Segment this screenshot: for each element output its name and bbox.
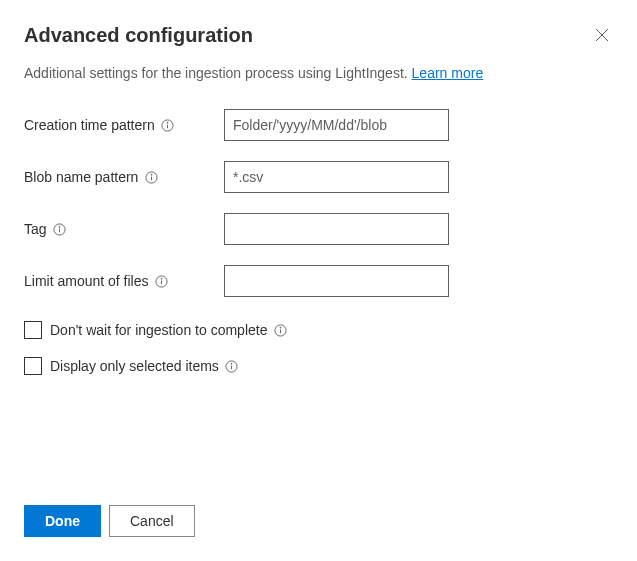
info-icon[interactable] — [225, 359, 239, 373]
limit-files-label: Limit amount of files — [24, 273, 224, 289]
limit-files-input[interactable] — [224, 265, 449, 297]
close-icon — [595, 28, 609, 45]
display-selected-label: Display only selected items — [50, 358, 239, 374]
dont-wait-label: Don't wait for ingestion to complete — [50, 322, 287, 338]
label-text: Limit amount of files — [24, 273, 149, 289]
label-text: Blob name pattern — [24, 169, 138, 185]
creation-time-pattern-input[interactable] — [224, 109, 449, 141]
creation-time-pattern-label: Creation time pattern — [24, 117, 224, 133]
dont-wait-checkbox[interactable] — [24, 321, 42, 339]
svg-point-10 — [59, 226, 60, 227]
display-selected-checkbox[interactable] — [24, 357, 42, 375]
cancel-button[interactable]: Cancel — [109, 505, 195, 537]
info-icon[interactable] — [53, 222, 67, 236]
blob-name-pattern-label: Blob name pattern — [24, 169, 224, 185]
svg-point-13 — [161, 278, 162, 279]
label-text: Display only selected items — [50, 358, 219, 374]
info-icon[interactable] — [144, 170, 158, 184]
tag-label: Tag — [24, 221, 224, 237]
tag-input[interactable] — [224, 213, 449, 245]
dialog-title: Advanced configuration — [24, 24, 253, 47]
svg-point-16 — [280, 327, 281, 328]
svg-point-19 — [231, 363, 232, 364]
info-icon[interactable] — [273, 323, 287, 337]
svg-point-4 — [167, 122, 168, 123]
subtitle-text: Additional settings for the ingestion pr… — [24, 65, 412, 81]
learn-more-link[interactable]: Learn more — [412, 65, 484, 81]
dialog-subtitle: Additional settings for the ingestion pr… — [24, 65, 613, 81]
blob-name-pattern-input[interactable] — [224, 161, 449, 193]
svg-point-7 — [151, 174, 152, 175]
info-icon[interactable] — [155, 274, 169, 288]
label-text: Don't wait for ingestion to complete — [50, 322, 267, 338]
info-icon[interactable] — [161, 118, 175, 132]
close-button[interactable] — [591, 24, 613, 49]
label-text: Tag — [24, 221, 47, 237]
done-button[interactable]: Done — [24, 505, 101, 537]
label-text: Creation time pattern — [24, 117, 155, 133]
